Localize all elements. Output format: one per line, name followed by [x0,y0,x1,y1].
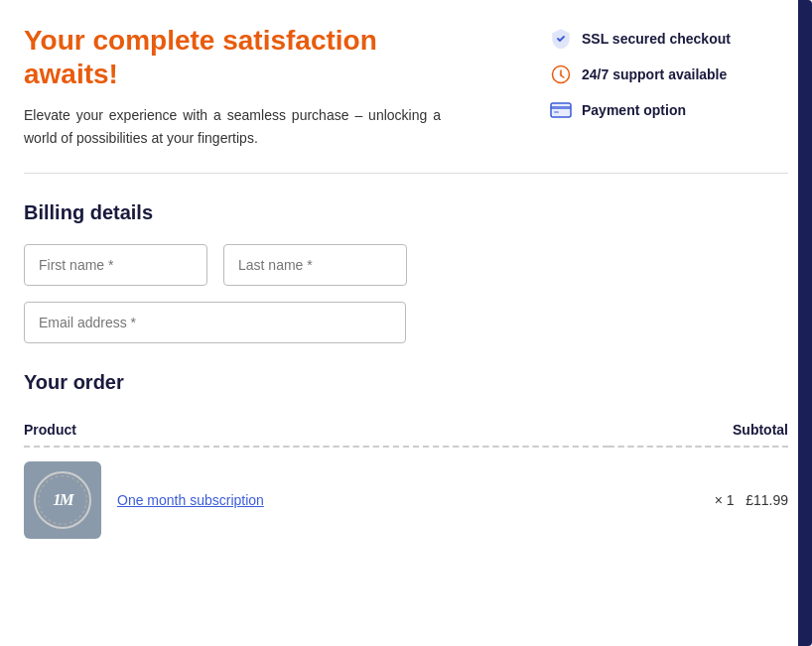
section-divider [24,173,788,174]
order-section: Your order Product Subtotal [24,371,788,553]
payment-icon [550,99,572,121]
product-cell: 1M One month subscription [24,461,609,539]
quantity-price-cell: × 1 £11.99 [609,447,788,553]
hero-title: Your complete satisfaction awaits! [24,24,441,90]
email-row [24,302,788,343]
product-name-link[interactable]: One month subscription [117,492,264,508]
hero-left: Your complete satisfaction awaits! Eleva… [24,24,441,149]
name-row [24,244,788,286]
billing-section: Billing details [24,201,788,343]
svg-rect-3 [551,106,571,109]
email-input[interactable] [24,302,406,343]
svg-rect-2 [551,103,571,117]
billing-title: Billing details [24,201,788,224]
support-icon [550,64,572,85]
ssl-label: SSL secured checkout [582,31,731,47]
svg-text:1M: 1M [53,490,75,509]
product-column-header: Product [24,414,609,447]
price: £11.99 [745,492,788,508]
subtotal-column-header: Subtotal [609,414,788,447]
ssl-icon [550,28,572,50]
svg-rect-4 [554,111,559,113]
payment-label: Payment option [582,102,686,118]
product-cell-td: 1M One month subscription [24,447,609,553]
features-list: SSL secured checkout 24/7 support availa… [550,24,788,121]
order-title: Your order [24,371,788,394]
last-name-input[interactable] [223,244,407,286]
first-name-input[interactable] [24,244,207,286]
feature-support: 24/7 support available [550,64,788,85]
feature-ssl: SSL secured checkout [550,28,788,50]
hero-subtitle: Elevate your experience with a seamless … [24,104,441,149]
support-label: 24/7 support available [582,66,727,82]
top-section: Your complete satisfaction awaits! Eleva… [24,24,788,173]
svg-point-1 [560,73,563,76]
order-table: Product Subtotal 1M [24,414,788,553]
right-bar [798,0,812,646]
order-row: 1M One month subscription × 1 £11.99 [24,447,788,553]
quantity: × 1 [715,492,735,508]
product-thumbnail: 1M [24,461,101,539]
feature-payment: Payment option [550,99,788,121]
thumbnail-text: 1M [34,471,91,529]
